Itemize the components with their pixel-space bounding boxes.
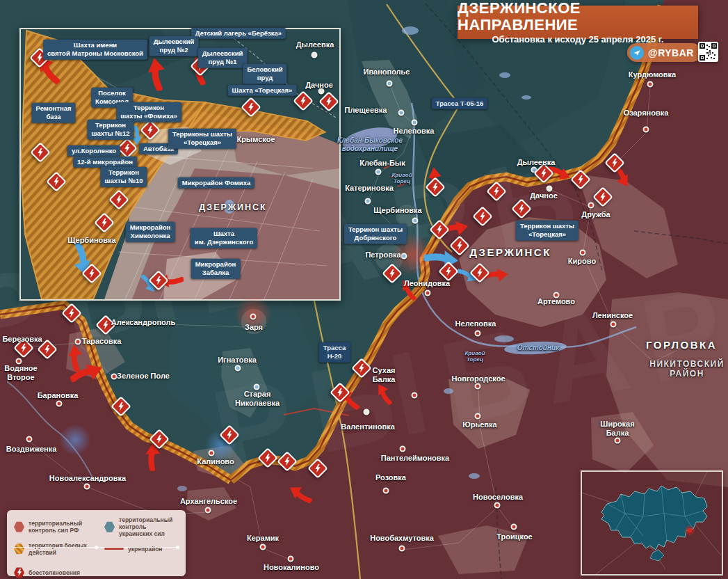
legend-item-rf-control: территориальный контроль сил РФ	[14, 516, 99, 538]
legend-label: боестолкновения	[29, 569, 80, 576]
legend-item-ua-control: территориальный контроль украинских сил	[104, 516, 179, 538]
qr-code	[698, 42, 718, 62]
ukraine-minimap	[581, 470, 723, 576]
situation-map: РЫБАРЬ РЫБАРЬ	[0, 0, 728, 579]
clash-icon	[14, 567, 24, 578]
ua-control-icon	[104, 521, 115, 532]
legend-label: территория боевых действий	[29, 542, 99, 556]
channel-name: @RYBAR	[648, 47, 694, 58]
inset-city-map	[19, 28, 341, 301]
legend-label: территориальный контроль украинских сил	[119, 516, 179, 538]
legend-item-fortified: укрепрайон	[104, 542, 179, 556]
legend-item-combat-zone: территория боевых действий	[14, 542, 99, 556]
legend: территориальный контроль сил РФ территор…	[7, 510, 186, 576]
telegram-icon	[630, 46, 644, 60]
location-dot	[688, 528, 692, 532]
legend-item-clashes: боестолкновения	[14, 567, 99, 578]
fortified-line-icon	[104, 548, 124, 550]
title-banner: ДЗЕРЖИНСКОЕ НАПРАВЛЕНИЕ Обстановка к исх…	[458, 6, 698, 39]
channel-badge: @RYBAR	[627, 43, 702, 62]
legend-label: территориальный контроль сил РФ	[29, 520, 99, 534]
combat-zone-icon	[14, 544, 24, 555]
legend-road-line	[13, 547, 179, 548]
ukraine-shape	[601, 486, 707, 550]
map-title: ДЗЕРЖИНСКОЕ НАПРАВЛЕНИЕ	[458, 0, 698, 32]
rf-control-icon	[14, 521, 24, 532]
